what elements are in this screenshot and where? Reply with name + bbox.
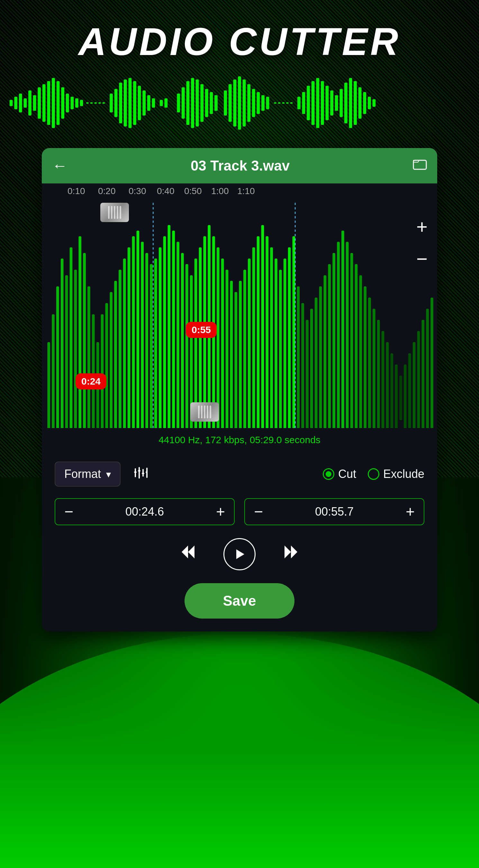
format-label: Format (64, 467, 101, 481)
svg-rect-23 (119, 83, 122, 124)
svg-rect-93 (128, 247, 131, 428)
exclude-radio[interactable]: Exclude (368, 467, 424, 481)
svg-rect-10 (57, 81, 60, 125)
zoom-in-button[interactable]: + (416, 216, 427, 238)
svg-rect-27 (138, 86, 141, 120)
svg-rect-101 (163, 236, 166, 428)
handle-stripe (114, 206, 115, 219)
svg-rect-158 (417, 331, 420, 428)
svg-rect-131 (297, 286, 300, 428)
svg-rect-115 (226, 270, 229, 428)
timeline-mark-020: 0:20 (98, 186, 116, 196)
end-time-minus-button[interactable]: − (245, 499, 272, 525)
svg-rect-13 (70, 97, 74, 110)
svg-rect-58 (302, 92, 305, 114)
svg-rect-35 (186, 81, 190, 125)
svg-rect-169 (142, 473, 144, 474)
svg-rect-121 (252, 247, 255, 428)
svg-rect-135 (315, 298, 318, 428)
svg-rect-80 (70, 247, 73, 428)
svg-rect-63 (326, 86, 329, 120)
svg-rect-25 (129, 78, 132, 128)
exclude-label: Exclude (383, 467, 424, 481)
folder-button[interactable] (413, 157, 427, 175)
svg-rect-75 (47, 342, 50, 428)
rewind-button[interactable] (178, 542, 198, 566)
svg-rect-98 (150, 264, 153, 428)
svg-rect-47 (247, 84, 250, 122)
cut-radio[interactable]: Cut (323, 467, 356, 481)
svg-rect-73 (373, 99, 376, 106)
main-card: ← 03 Track 3.wav 0:10 0:20 0:30 0:40 0:5… (42, 148, 437, 631)
svg-rect-17 (90, 102, 93, 104)
left-handle-bar[interactable] (100, 203, 129, 222)
svg-rect-29 (147, 95, 150, 111)
svg-rect-149 (377, 320, 380, 428)
svg-rect-40 (210, 92, 213, 114)
svg-rect-126 (275, 258, 277, 428)
svg-rect-91 (118, 270, 122, 428)
svg-rect-143 (350, 253, 353, 428)
svg-rect-127 (279, 270, 282, 428)
svg-rect-19 (98, 102, 101, 104)
start-time-plus-button[interactable]: + (207, 499, 234, 525)
svg-rect-141 (341, 231, 344, 428)
timeline-mark-030: 0:30 (129, 186, 146, 196)
svg-rect-156 (408, 353, 411, 428)
svg-rect-48 (252, 89, 255, 117)
svg-rect-90 (114, 281, 117, 428)
top-waveform-decoration (0, 71, 479, 135)
svg-rect-22 (114, 89, 118, 117)
svg-rect-167 (138, 470, 140, 471)
svg-rect-102 (168, 225, 171, 428)
play-button[interactable] (224, 538, 255, 570)
waveform-area[interactable]: 0:10 0:20 0:30 0:40 0:50 1:00 1:10 (42, 183, 437, 428)
svg-rect-97 (145, 253, 148, 428)
svg-rect-157 (413, 342, 416, 428)
svg-rect-72 (368, 97, 371, 110)
right-selection-handle[interactable] (190, 402, 219, 422)
exclude-radio-circle (368, 468, 379, 480)
timeline-mark-110: 1:10 (237, 186, 255, 196)
svg-rect-77 (56, 286, 59, 428)
svg-rect-1 (14, 97, 18, 110)
svg-rect-60 (311, 81, 315, 125)
svg-rect-66 (340, 89, 343, 117)
svg-marker-173 (188, 546, 195, 558)
svg-rect-152 (390, 353, 393, 428)
right-handle-bar[interactable] (190, 402, 219, 422)
start-time-value: 00:24.6 (82, 500, 207, 524)
svg-rect-82 (78, 236, 81, 428)
start-time-minus-button[interactable]: − (55, 499, 82, 525)
back-button[interactable]: ← (52, 158, 68, 174)
zoom-out-button[interactable]: − (416, 248, 427, 270)
svg-rect-38 (200, 84, 204, 122)
fast-forward-button[interactable] (281, 542, 301, 566)
svg-rect-134 (310, 309, 313, 428)
svg-rect-28 (142, 90, 146, 116)
svg-rect-100 (159, 247, 162, 428)
cut-label: Cut (338, 467, 356, 481)
waveform-svg (42, 203, 437, 428)
svg-rect-145 (359, 275, 362, 428)
svg-rect-84 (88, 286, 90, 428)
eq-button[interactable] (130, 463, 151, 486)
svg-rect-144 (355, 264, 358, 428)
svg-rect-32 (164, 98, 168, 107)
svg-rect-161 (431, 298, 433, 428)
svg-rect-65 (335, 95, 338, 111)
format-button[interactable]: Format ▾ (55, 462, 121, 487)
svg-rect-113 (217, 247, 219, 428)
save-button-wrapper: Save (55, 583, 424, 622)
cut-exclude-group: Cut Exclude (323, 467, 424, 481)
end-time-plus-button[interactable]: + (397, 499, 424, 525)
left-selection-handle[interactable] (100, 203, 129, 222)
svg-rect-117 (234, 292, 237, 428)
svg-marker-174 (236, 549, 244, 559)
svg-rect-147 (368, 298, 371, 428)
svg-rect-104 (176, 242, 179, 428)
handle-stripe (207, 405, 208, 418)
svg-rect-103 (172, 231, 175, 428)
time-inputs-row: − 00:24.6 + − 00:55.7 + (55, 498, 424, 525)
save-button[interactable]: Save (184, 583, 295, 619)
